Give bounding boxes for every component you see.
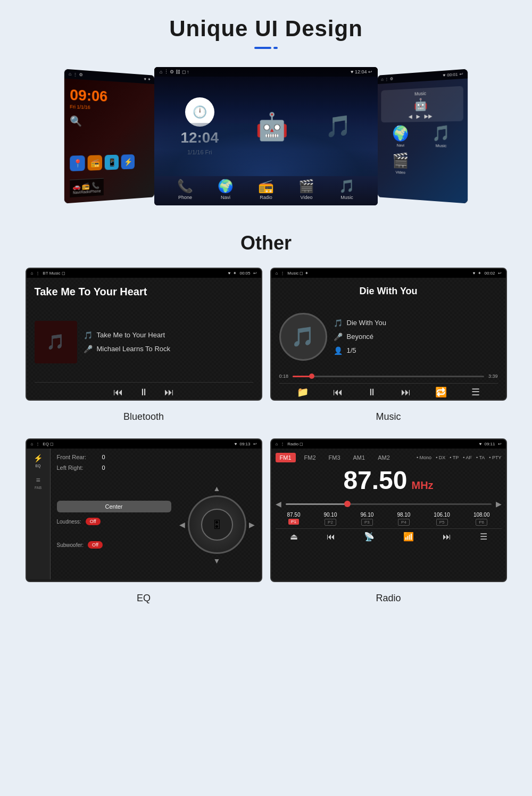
music-artist: Beyoncé (347, 333, 374, 341)
music-list-button[interactable]: ☰ (471, 386, 480, 398)
right-screen: ⌂ ⋮ ⚙ ♥ 00:01 ↩ Music 🤖 ◀ ▶ ▶▶ (378, 69, 468, 204)
eq-front-rear-value: 0 (102, 454, 105, 460)
bt-prev-button[interactable]: ⏮ (113, 387, 123, 398)
eq-arrow-up[interactable]: ▲ (213, 484, 221, 493)
progress-bar-container[interactable] (293, 376, 484, 377)
eq-loudness-toggle[interactable]: Off (86, 518, 101, 525)
radio-bar-item[interactable]: 📻 Radio (81, 182, 90, 194)
eq-sidebar-fab[interactable]: ≡ FAB (35, 476, 41, 490)
eq-time: 09:13 (239, 442, 250, 446)
play-icon[interactable]: ▶ (417, 113, 420, 119)
radio-preset-freq-3: 96.10 (360, 512, 373, 518)
radio-band-fm1[interactable]: FM1 (276, 453, 296, 462)
music-note-icon: 🎵 (334, 319, 343, 327)
radio-status-right: ♥ 09:11 ↩ (479, 442, 502, 446)
bt-play-button[interactable]: ⏸ (139, 387, 148, 398)
radio-next-icon[interactable]: ▶ (496, 500, 502, 508)
bluetooth-label: Bluetooth (26, 411, 262, 422)
bt-icon[interactable]: ⚡ (121, 154, 135, 169)
navi-icon[interactable]: 📍 (70, 155, 85, 171)
radio-preset-p2[interactable]: 90.10 P2 (323, 512, 337, 526)
center-screen-content: ⌂ ⋮ ⚙ ⛓ ◻ ↑ ♥ 12:04 ↩ 🕛 12:04 1/1/16 Fr (154, 67, 378, 205)
eq-sidebar-eq[interactable]: ⚡ EQ (34, 454, 43, 468)
radio-band-am2[interactable]: AM2 (373, 453, 394, 462)
radio-preset-p5[interactable]: 106.10 P5 (434, 512, 450, 526)
phone-bar-icon: 📞 (90, 181, 101, 189)
radio-app[interactable]: 📻 Radio (258, 179, 274, 200)
bt-player-body: Take Me To Your Heart 🎵 Take Me to Your … (27, 278, 261, 401)
radio-screen: ⌂ ⋮ Radio ◻ ♥ 09:11 ↩ FM1 FM2 FM3 AM1 AM… (270, 438, 507, 582)
right-navi-app[interactable]: 🌍 Navi (384, 125, 419, 148)
radio-band-fm2[interactable]: FM2 (300, 453, 320, 462)
music-track-name: Die With You (347, 319, 386, 327)
radio-signal-button[interactable]: 📶 (403, 532, 414, 542)
radio-preset-freq-2: 90.10 (323, 512, 337, 518)
radio-preset-p4[interactable]: 98.10 P4 (397, 512, 410, 526)
radio-preset-p6[interactable]: 108.00 P6 (473, 512, 490, 526)
radio-prev-button[interactable]: ⏮ (327, 532, 335, 542)
eq-wheel[interactable]: 🎛 (188, 495, 246, 554)
home-icon: ⌂ (381, 77, 383, 82)
gps-icon: ♥ (443, 73, 446, 78)
radio-preset-p3[interactable]: 96.10 P3 (360, 512, 373, 526)
right-music-app[interactable]: 🎵 Music (422, 124, 461, 148)
radio-band-fm3[interactable]: FM3 (325, 453, 345, 462)
navi-app[interactable]: 🌍 Navi (218, 179, 234, 200)
eq-center-button[interactable]: Center (57, 501, 171, 512)
radio-list-button[interactable]: ☰ (480, 532, 487, 542)
right-screen-content: Music 🤖 ◀ ▶ ▶▶ 🌍 Navi 🎵 Music (378, 78, 468, 203)
prev-icon[interactable]: ◀ (409, 113, 412, 119)
music-status-bar: ⌂ ⋮ Music ◻ ✦ ♥ ✦ 00:02 ↩ (271, 269, 506, 278)
music-prev-button[interactable]: ⏮ (333, 387, 343, 398)
radio-preset-num-4: P4 (398, 519, 410, 526)
video-app-label: Video (301, 195, 313, 200)
radio-eject-button[interactable]: ⏏ (290, 532, 298, 542)
right-navi-icon: 🌍 (384, 125, 419, 142)
mini-controls: ◀ ▶ ▶▶ (384, 112, 461, 120)
menu-icon: ⋮ (280, 271, 285, 276)
music-app-label: Music (340, 195, 353, 200)
music-next-button[interactable]: ⏭ (401, 387, 411, 398)
radio-preset-p1[interactable]: 87.50 P1 (287, 512, 300, 526)
radio-prev-icon[interactable]: ◀ (276, 500, 281, 508)
music-album-art: 🎵 (279, 313, 327, 361)
phone-icon[interactable]: 📱 (105, 155, 119, 170)
eq-arrow-down[interactable]: ▼ (213, 557, 221, 565)
android-robot: 🤖 (255, 111, 288, 142)
radio-slider[interactable] (286, 503, 492, 505)
next-icon[interactable]: ▶▶ (425, 113, 433, 119)
radio-next-button[interactable]: ⏭ (443, 532, 451, 542)
radio-band-am1[interactable]: AM1 (349, 453, 370, 462)
home-icon: ⌂ (31, 442, 34, 446)
eq-arrow-left[interactable]: ◀ (179, 520, 185, 529)
radio-icon[interactable]: 📻 (88, 155, 102, 170)
eq-subwoofer-toggle[interactable]: Off (88, 541, 103, 549)
music-repeat-button[interactable]: 🔁 (435, 386, 447, 398)
left-bottom-bar: 🚗 Navi 📻 Radio 📞 Phone (70, 178, 103, 198)
right-video-app[interactable]: 🎬 Video (384, 152, 419, 176)
progress-end-time: 3:39 (488, 374, 498, 379)
video-app[interactable]: 🎬 Video (298, 179, 314, 200)
bt-time: 00:05 (239, 271, 250, 276)
radio-label: Radio (270, 593, 507, 604)
radio-top-row: FM1 FM2 FM3 AM1 AM2 Mono DX TP AF TA PTY (276, 453, 502, 462)
navi-bar-item[interactable]: 🚗 Navi (72, 183, 80, 195)
music-status-right: ♥ ✦ 00:02 ↩ (473, 271, 502, 276)
progress-start-time: 0:18 (279, 374, 289, 379)
music-folder-button[interactable]: 📁 (297, 386, 309, 398)
radio-slider-knob (344, 501, 351, 507)
bt-controls: ⏮ ⏸ ⏭ (35, 382, 253, 401)
right-video-label: Video (396, 170, 405, 175)
radio-time: 09:11 (484, 442, 495, 446)
right-navi-label: Navi (397, 143, 404, 148)
phone-bar-item[interactable]: 📞 Phone (90, 181, 101, 194)
eq-front-rear-row: Front Rear: 0 (57, 454, 255, 460)
radio-antenna-button[interactable]: 📡 (364, 532, 375, 542)
music-play-button[interactable]: ⏸ (367, 387, 377, 398)
music-app[interactable]: 🎵 Music (339, 179, 355, 200)
search-icon[interactable]: 🔍 (70, 115, 81, 127)
phone-app[interactable]: 📞 Phone (177, 179, 193, 200)
music-player-body: Die With You 🎵 🎵 Die With You 🎤 Beyoncé … (271, 278, 506, 401)
eq-arrow-right[interactable]: ▶ (249, 520, 255, 529)
bt-next-button[interactable]: ⏭ (164, 387, 174, 398)
